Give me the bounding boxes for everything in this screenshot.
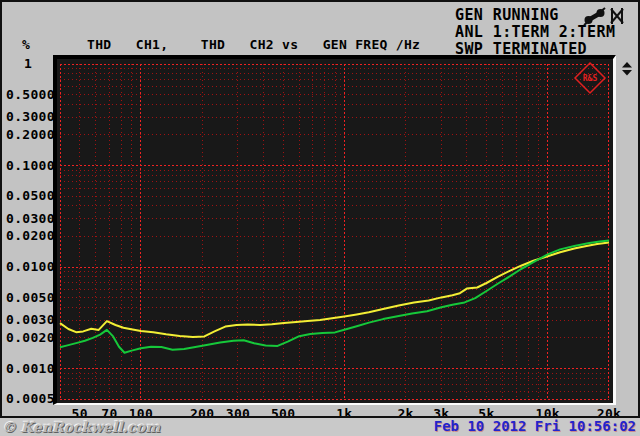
thd-vs-frequency-plot: R&S [57, 59, 613, 403]
y-tick-label: 0.0030 [6, 312, 54, 327]
scroll-updown-icon[interactable] [621, 62, 633, 76]
x-tick-label: 300 [216, 406, 260, 421]
y-tick-label: 0.1000 [6, 158, 54, 173]
x-tick-label: 10k [526, 406, 570, 421]
x-tick-label: 1k [322, 406, 366, 421]
y-tick-label: 0.0500 [6, 188, 54, 203]
keyboard-disabled-icon [609, 6, 625, 26]
x-tick-label: 500 [261, 406, 305, 421]
trace-title: THD CH1, THD CH2 vs GEN FREQ /Hz [87, 38, 420, 52]
y-tick-label: 0.0020 [6, 330, 54, 345]
status-gen: GEN RUNNING [455, 7, 559, 24]
y-tick-label: 0.3000 [6, 109, 54, 124]
trace-thd-ch2 [60, 240, 609, 352]
x-tick-label: 5k [465, 406, 509, 421]
y-tick-label: 0.0200 [6, 228, 54, 243]
y-tick-label: 1 [24, 56, 38, 71]
x-tick-label: 3k [419, 406, 463, 421]
y-tick-label: 0.0005 [6, 391, 54, 406]
y-tick-label: 0.0100 [6, 259, 54, 274]
analyzer-screen: GEN RUNNING ANL 1:TERM 2:TERM SWP TERMIN… [0, 0, 640, 418]
watermark-text: © KenRockwell.com [2, 419, 160, 435]
x-tick-label: 100 [119, 406, 163, 421]
y-tick-label: 0.2000 [6, 127, 54, 142]
y-axis-unit-label: % [22, 38, 30, 52]
trace-thd-ch1 [60, 243, 609, 338]
phone-muted-icon [583, 7, 607, 26]
rs-logo-text: R&S [583, 74, 598, 83]
y-tick-label: 0.0050 [6, 290, 54, 305]
x-tick-label: 20k [587, 406, 631, 421]
y-tick-label: 0.0300 [6, 211, 54, 226]
y-tick-label: 0.0010 [6, 361, 54, 376]
page: GEN RUNNING ANL 1:TERM 2:TERM SWP TERMIN… [0, 0, 640, 436]
y-tick-label: 0.5000 [6, 87, 54, 102]
plot-area: R&S [53, 55, 616, 405]
status-anl: ANL 1:TERM 2:TERM [455, 24, 615, 41]
